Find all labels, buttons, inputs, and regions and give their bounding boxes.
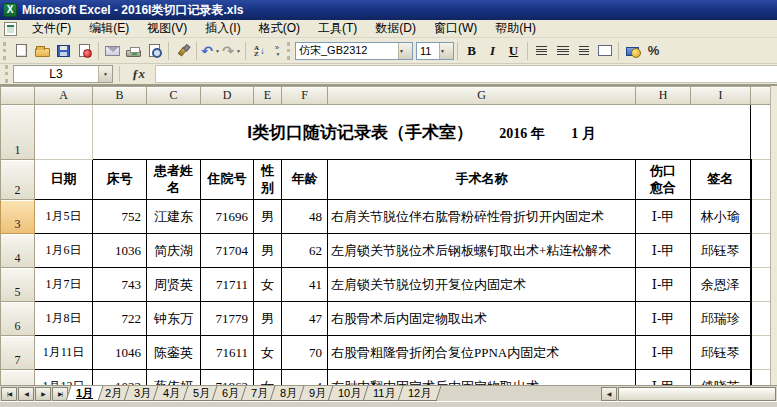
table-cell[interactable]: 陈銮英 [147,336,201,370]
sheet-title-cell[interactable]: I类切口随访记录表（手术室） 2016 年 1 月 [93,105,751,160]
table-cell[interactable]: Ⅰ-甲 [636,234,691,268]
first-sheet-button[interactable]: |◀ [1,387,17,401]
sort-ascending-button[interactable]: AZ ↓ [249,40,270,61]
table-cell[interactable]: 62 [282,234,328,268]
table-cell[interactable]: 71779 [201,302,254,336]
table-cell[interactable]: 48 [282,200,328,234]
row-header-5[interactable]: 5 [1,268,35,302]
header-cell-sex[interactable]: 性别 [254,160,282,200]
table-cell[interactable]: 女 [254,268,282,302]
formula-input[interactable] [155,65,777,83]
undo-button[interactable]: ↶▼ [200,40,221,61]
permission-button[interactable] [74,40,95,61]
sheet-tab-jan[interactable]: 1月 [66,386,104,401]
table-cell[interactable]: 41 [282,268,328,302]
table-cell[interactable]: 1022 [93,370,147,386]
table-cell[interactable]: 右股骨粗隆骨折闭合复位PPNA内固定术 [328,336,636,370]
menu-help[interactable]: 帮助(H) [486,19,545,38]
table-cell[interactable]: 1月6日 [35,234,93,268]
menu-view[interactable]: 视图(V) [138,19,196,38]
table-cell[interactable]: Ⅰ-甲 [636,336,691,370]
save-button[interactable] [53,40,74,61]
column-header-f[interactable]: F [282,87,328,105]
table-cell[interactable]: Ⅰ-甲 [636,302,691,336]
table-cell[interactable]: 女 [254,336,282,370]
table-cell[interactable]: 71611 [201,336,254,370]
percent-button[interactable]: % [643,40,664,61]
column-header-e[interactable]: E [254,87,282,105]
name-box[interactable]: L3 ▼ [13,65,113,83]
table-cell[interactable]: 钟东万 [147,302,201,336]
table-cell[interactable]: 1月5日 [35,200,93,234]
menu-window[interactable]: 窗口(W) [425,19,486,38]
table-cell[interactable]: 邱钰琴 [691,336,751,370]
row-header-6[interactable]: 6 [1,302,35,336]
header-cell-patient[interactable]: 患者姓名 [147,160,201,200]
table-cell[interactable]: 71696 [201,200,254,234]
table-cell[interactable]: 47 [282,302,328,336]
menu-file[interactable]: 文件(F) [23,19,80,38]
row-header-3[interactable]: 3 [1,200,35,234]
table-cell[interactable]: 男 [254,234,282,268]
redo-button[interactable]: ↷▼ [221,40,242,61]
column-header-d[interactable]: D [201,87,254,105]
column-header-i[interactable]: I [691,87,751,105]
name-box-dropdown[interactable]: ▼ [98,66,112,82]
scroll-left-button[interactable]: ◀ [601,387,617,401]
sheet-tab-dec[interactable]: 12月 [397,386,441,401]
row-header-1[interactable]: 1 [1,105,35,160]
header-cell-age[interactable]: 年龄 [282,160,328,200]
table-cell[interactable]: 左肩锁关节脱位术后钢板螺钉取出术+粘连松解术 [328,234,636,268]
select-all-corner[interactable] [1,87,35,105]
table-cell[interactable]: 蔡依妍 [147,370,201,386]
row-header-8[interactable]: 8 [1,370,35,386]
table-cell[interactable]: 邱瑞珍 [691,302,751,336]
row-header-7[interactable]: 7 [1,336,35,370]
header-cell-date[interactable]: 日期 [35,160,93,200]
print-preview-button[interactable] [144,40,165,61]
email-button[interactable] [102,40,123,61]
table-cell[interactable]: 女 [254,370,282,386]
toolbar-grip[interactable] [287,42,290,60]
table-cell[interactable]: Ⅰ-甲 [636,200,691,234]
align-right-button[interactable] [573,40,594,61]
insert-function-button[interactable]: ƒx [126,66,151,82]
table-cell[interactable]: 江建东 [147,200,201,234]
table-cell[interactable]: 1046 [93,336,147,370]
vertical-scrollbar[interactable] [770,86,777,385]
menu-tools[interactable]: 工具(T) [309,19,366,38]
header-cell-surgery[interactable]: 手术名称 [328,160,636,200]
new-button[interactable] [11,40,32,61]
table-cell[interactable]: 71862 [201,370,254,386]
table-cell[interactable]: 70 [282,336,328,370]
header-cell-signature[interactable]: 签名 [691,160,751,200]
italic-button[interactable]: I [482,40,503,61]
menu-insert[interactable]: 插入(I) [196,19,249,38]
table-cell[interactable]: 1月12日 [35,370,93,386]
table-cell[interactable]: Ⅰ-甲 [636,268,691,302]
toolbar-grip[interactable] [3,42,6,60]
toolbar-options-button[interactable]: »▼ [270,40,284,61]
next-sheet-button[interactable]: ▶ [35,387,51,401]
table-cell[interactable]: 林小瑜 [691,200,751,234]
font-size-select[interactable]: 11 ▼ [416,42,454,60]
row-header-2[interactable]: 2 [1,160,35,200]
header-cell-admission[interactable]: 住院号 [201,160,254,200]
column-header-h[interactable]: H [636,87,691,105]
previous-sheet-button[interactable]: ◀ [18,387,34,401]
table-cell[interactable]: 722 [93,302,147,336]
table-cell[interactable]: 右股骨术后内固定物取出术 [328,302,636,336]
table-cell[interactable]: 1月7日 [35,268,93,302]
merge-center-button[interactable] [594,40,615,61]
table-cell[interactable]: 743 [93,268,147,302]
horizontal-scrollbar-thumb[interactable] [618,387,776,401]
table-cell[interactable]: 周贤英 [147,268,201,302]
table-cell[interactable]: 1月8日 [35,302,93,336]
bold-button[interactable]: B [461,40,482,61]
table-cell[interactable]: 男 [254,200,282,234]
menu-format[interactable]: 格式(O) [250,19,309,38]
align-center-button[interactable] [552,40,573,61]
table-cell[interactable]: 左肩锁关节脱位切开复位内固定术 [328,268,636,302]
header-cell-bed[interactable]: 床号 [93,160,147,200]
formula-bar-grip[interactable] [5,65,8,83]
